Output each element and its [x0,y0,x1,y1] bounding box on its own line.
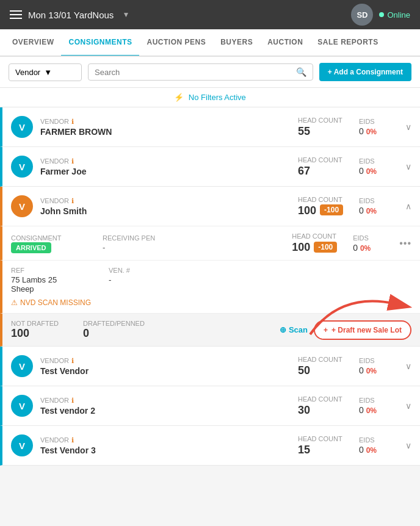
search-input[interactable] [95,68,292,77]
tab-auction-pens[interactable]: AUCTION PENS [139,29,213,57]
app-title: Mon 13/01 YardNous [28,10,114,20]
vendor-chevron-icon: ▼ [44,68,52,77]
draft-new-sale-lot-button[interactable]: + + Draft new Sale Lot [314,320,411,340]
receiving-pen-value: - [103,243,176,252]
nvd-warning: ⚠ NVD SCAN MISSING [11,298,411,307]
arrived-badge: ARRIVED [11,243,84,252]
vendor-info: VENDOR ℹ Farmer Joe [40,157,298,176]
eids-block: EIDS 0 0% [359,397,389,415]
hc-label: HEAD COUNT [298,196,347,203]
tab-overview[interactable]: OVERVIEW [5,29,61,57]
expand-chevron-icon[interactable]: ∨ [405,162,411,171]
eids-value: 0 0% [359,445,389,455]
consignment-col: CONSIGNMENT ARRIVED [11,234,84,252]
tab-buyers[interactable]: BUYERS [213,29,260,57]
not-drafted-label: NOT DRAFTED [11,320,59,327]
info-icon[interactable]: ℹ [71,357,74,365]
ven-col: VEN. # - [109,267,182,284]
draft-actions: ⊕ Scan + + Draft new Sale Lot [280,320,411,340]
tab-auction[interactable]: AUCTION [260,29,310,57]
top-bar: Mon 13/01 YardNous ▼ SD Online [0,0,420,29]
ref-col: REF 75 Lambs 25 Sheep [11,267,84,294]
vendor-info: VENDOR ℹ John Smith [40,197,298,216]
consignments-list: V VENDOR ℹ FARMER BROWN HEAD COUNT 55 EI… [0,107,420,466]
eids-block: EIDS 0 0% [353,234,383,253]
info-icon[interactable]: ℹ [71,436,74,444]
add-consignment-button[interactable]: + Add a Consignment [319,63,411,81]
tab-consignments[interactable]: CONSIGNMENTS [61,29,139,57]
expanded-right: HEAD COUNT 100 -100 EIDS 0 0% ••• [292,232,411,254]
list-item: V VENDOR ℹ FARMER BROWN HEAD COUNT 55 EI… [0,107,420,147]
vendor-label: VENDOR ℹ [40,397,298,405]
list-item: V VENDOR ℹ Test Vendor 3 HEAD COUNT 15 E… [0,426,420,466]
vendor-name: Test Vendor [40,366,298,376]
draft-stats: NOT DRAFTED 100 DRAFTED/PENNED 0 [11,320,280,340]
list-item: V VENDOR ℹ Test vendor 2 HEAD COUNT 30 E… [0,386,420,426]
online-status: Online [379,10,410,20]
info-icon[interactable]: ℹ [71,197,74,205]
row-right: HEAD COUNT 67 EIDS 0 0% ∨ [298,156,411,178]
no-filters-bar: ⚡ No Filters Active [0,88,420,107]
avatar: V [11,434,33,456]
scan-button[interactable]: ⊕ Scan [280,325,308,334]
hamburger-menu[interactable] [10,10,22,19]
expand-chevron-icon[interactable]: ∧ [405,201,411,211]
ven-label: VEN. # [109,267,182,274]
hc-value: 67 [298,165,347,178]
vendor-label: VENDOR ℹ [40,197,298,205]
hc-label: HEAD COUNT [292,232,341,240]
tab-sale-reports[interactable]: SALE REPORTS [310,29,385,57]
head-count-block: HEAD COUNT 55 [298,117,347,138]
filter-icon: ⚡ [174,93,184,102]
eids-value: 0 0% [359,405,389,415]
eids-label: EIDS [359,197,389,204]
filter-bar: Vendor ▼ 🔍 + Add a Consignment [0,57,420,88]
expand-chevron-icon[interactable]: ∨ [405,441,411,450]
vendor-name: Test Vendor 3 [40,445,298,455]
online-dot [379,12,384,17]
avatar: V [11,195,33,217]
title-dropdown-arrow[interactable]: ▼ [122,10,129,19]
eids-pct: 0% [366,367,377,375]
plus-icon: + [324,326,328,334]
scan-icon: ⊕ [280,325,286,334]
vendor-info: VENDOR ℹ FARMER BROWN [40,118,298,137]
expand-chevron-icon[interactable]: ∨ [405,361,411,371]
row-right: HEAD COUNT 100 -100 EIDS 0 0% ∧ [298,196,411,217]
vendor-label: VENDOR ℹ [40,357,298,365]
tab-nav: OVERVIEW CONSIGNMENTS AUCTION PENS BUYER… [0,29,420,57]
vendor-name: Test vendor 2 [40,406,298,416]
hc-value: 30 [298,404,347,417]
hc-label: HEAD COUNT [298,156,347,164]
avatar: V [11,395,33,417]
eids-pct: 0% [360,244,371,253]
details-row: REF 75 Lambs 25 Sheep VEN. # - [11,267,411,294]
expanded-details: REF 75 Lambs 25 Sheep VEN. # - ⚠ NVD SCA… [0,261,420,314]
eids-value: 0 0% [359,126,389,136]
vendor-label: VENDOR ℹ [40,436,298,444]
hc-value: 100 [298,204,316,217]
eids-block: EIDS 0 0% [359,197,389,215]
vendor-select[interactable]: Vendor ▼ [9,63,82,81]
eids-value: 0 0% [353,243,383,253]
ref-value-2: Sheep [11,284,84,294]
head-count-block: HEAD COUNT 100 -100 [292,232,341,254]
vendor-info: VENDOR ℹ Test vendor 2 [40,397,298,416]
info-icon[interactable]: ℹ [71,157,74,165]
eids-value: 0 0% [359,206,389,215]
consignment-label: CONSIGNMENT [11,234,84,242]
ref-label: REF [11,267,84,274]
expand-chevron-icon[interactable]: ∨ [405,122,411,132]
hc-value: 55 [298,125,347,138]
vendor-info: VENDOR ℹ Test Vendor 3 [40,436,298,455]
avatar: V [11,116,33,138]
hc-label: HEAD COUNT [298,117,347,124]
eids-label: EIDS [359,157,389,165]
avatar: V [11,156,33,178]
ven-value: - [109,275,182,284]
info-icon[interactable]: ℹ [71,397,74,405]
info-icon[interactable]: ℹ [71,118,74,126]
more-options-icon[interactable]: ••• [399,238,411,249]
expand-chevron-icon[interactable]: ∨ [405,401,411,411]
eids-label: EIDS [359,118,389,125]
